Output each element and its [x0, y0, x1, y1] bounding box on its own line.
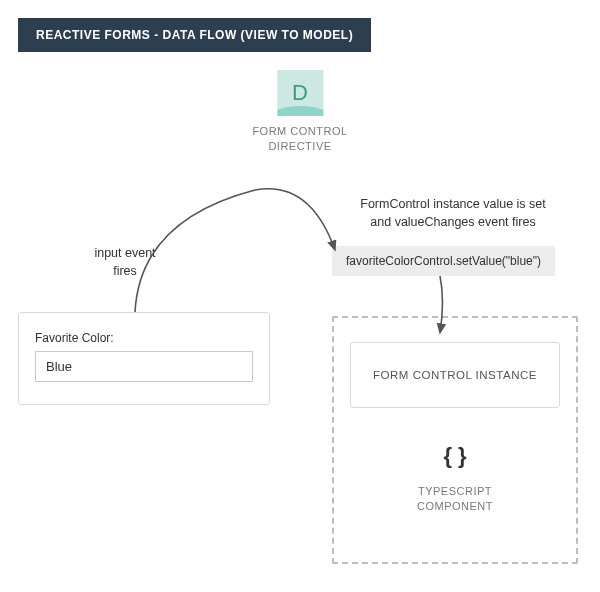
- annotation-left-line1: input event: [94, 246, 155, 260]
- directive-label-line1: FORM CONTROL: [252, 125, 347, 137]
- favorite-color-input[interactable]: [35, 351, 253, 382]
- annotation-value-set: FormControl instance value is set and va…: [338, 195, 568, 231]
- annotation-right-line1: FormControl instance value is set: [360, 197, 546, 211]
- directive-label: FORM CONTROL DIRECTIVE: [252, 124, 347, 155]
- annotation-right-line2: and valueChanges event fires: [370, 215, 535, 229]
- form-view-box: Favorite Color:: [18, 312, 270, 405]
- directive-icon: D: [277, 70, 323, 116]
- braces-icon: { }: [437, 438, 473, 474]
- form-control-instance-box: FORM CONTROL INSTANCE: [350, 342, 560, 408]
- diagram-title: REACTIVE FORMS - DATA FLOW (VIEW TO MODE…: [18, 18, 371, 52]
- typescript-component-container: FORM CONTROL INSTANCE { } TYPESCRIPT COM…: [332, 316, 578, 564]
- form-field-label: Favorite Color:: [35, 331, 253, 345]
- annotation-left-line2: fires: [113, 264, 137, 278]
- typescript-component-label: TYPESCRIPT COMPONENT: [350, 484, 560, 515]
- directive-label-line2: DIRECTIVE: [268, 140, 331, 152]
- annotation-input-event: input event fires: [70, 245, 180, 280]
- ts-label-line1: TYPESCRIPT: [418, 485, 492, 497]
- directive-letter: D: [292, 80, 308, 106]
- ts-label-line2: COMPONENT: [417, 500, 493, 512]
- code-snippet: favoriteColorControl.setValue("blue"): [332, 246, 555, 276]
- directive-block: D FORM CONTROL DIRECTIVE: [252, 70, 347, 155]
